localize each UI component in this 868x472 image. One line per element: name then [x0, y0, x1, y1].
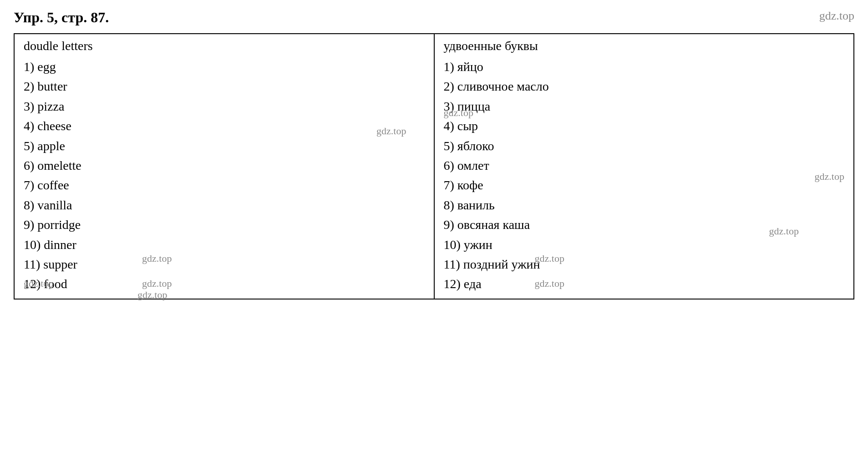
list-item: 5) яблоко: [444, 136, 845, 156]
list-item: 6) omelette: [24, 156, 425, 175]
list-item: 8) vanilla: [24, 195, 425, 215]
list-item: 3) пицца: [444, 96, 845, 116]
list-item: 10) ужин: [444, 235, 845, 254]
watermark-right-3: gdz.top: [535, 253, 564, 264]
watermark-right-4: gdz.top: [535, 278, 564, 289]
main-table: doudle letters 1) egg 2) butter 3) pizza…: [14, 33, 854, 299]
list-item: 7) coffee: [24, 175, 425, 195]
watermark-right-1: gdz.top: [444, 107, 473, 119]
watermark-left-3: gdz.top: [142, 278, 172, 289]
watermark-coffee: gdz.top: [137, 289, 167, 301]
watermark-right-5: gdz.top: [815, 171, 844, 183]
page-title: Упр. 5, стр. 87.: [14, 9, 109, 26]
left-column-header: doudle letters: [24, 39, 425, 53]
right-column: удвоенные буквы 1) яйцо 2) сливочное мас…: [434, 34, 854, 299]
list-item: 4) сыр: [444, 116, 845, 136]
list-item: 4) cheese: [24, 116, 425, 136]
list-item: 6) омлет: [444, 156, 845, 175]
list-item: 9) porridge: [24, 215, 425, 234]
list-item: 10) dinner: [24, 235, 425, 254]
watermark-left-1: gdz.top: [376, 125, 406, 137]
list-item: 5) apple: [24, 136, 425, 156]
list-item: 1) яйцо: [444, 57, 845, 76]
list-item: 7) кофе: [444, 175, 845, 195]
list-item: 2) butter: [24, 76, 425, 96]
watermark-right-2: gdz.top: [769, 225, 799, 237]
left-column: doudle letters 1) egg 2) butter 3) pizza…: [14, 34, 434, 299]
list-item: 12) еда: [444, 274, 845, 294]
list-item: 11) supper: [24, 254, 425, 274]
right-column-header: удвоенные буквы: [444, 39, 845, 53]
watermark-header: gdz.top: [819, 9, 854, 23]
list-item: 11) поздний ужин: [444, 254, 845, 274]
list-item: 2) сливочное масло: [444, 76, 845, 96]
list-item: 8) ваниль: [444, 195, 845, 215]
watermark-left-4: gdz.top: [24, 278, 53, 289]
list-item: 1) egg: [24, 57, 425, 76]
list-item: 12) food: [24, 274, 425, 294]
list-item: 3) pizza: [24, 96, 425, 116]
watermark-left-2: gdz.top: [142, 253, 172, 264]
